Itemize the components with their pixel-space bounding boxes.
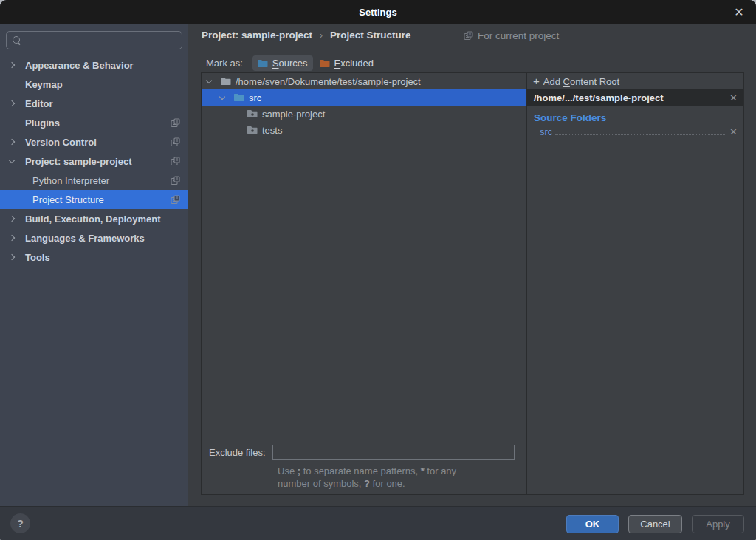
tree-row-label: /home/sven/Dokumente/test/sample-project (236, 76, 421, 87)
sidebar-item-label: Project Structure (32, 194, 104, 205)
sidebar-item-project-structure[interactable]: Project Structure (0, 190, 188, 209)
sidebar-item-editor[interactable]: Editor (0, 94, 188, 113)
tree-row-label: tests (262, 125, 282, 136)
folder-icon (221, 77, 231, 86)
main-content: Project: sample-project › Project Struct… (189, 24, 756, 506)
tree-row-content-root[interactable]: /home/sven/Dokumente/test/sample-project (202, 73, 526, 89)
sidebar-item-plugins[interactable]: Plugins (0, 113, 188, 132)
dialog-title: Settings (359, 7, 396, 18)
add-content-root-button[interactable]: + Add Content Root (527, 73, 743, 89)
apply-button[interactable]: Apply (692, 515, 744, 533)
remove-content-root-icon[interactable]: ✕ (729, 93, 738, 103)
remove-source-folder-icon[interactable]: ✕ (729, 127, 738, 137)
content-root-path: /home/.../test/sample-project (534, 92, 664, 103)
tree-row-label: sample-project (262, 109, 325, 120)
chevron-right-icon (9, 100, 15, 106)
mark-as-toolbar: Mark as: Sources Excluded (206, 55, 379, 71)
folder-icon (247, 126, 258, 134)
chevron-right-icon (9, 216, 15, 222)
shared-settings-icon (171, 195, 180, 205)
breadcrumb-page: Project Structure (330, 30, 411, 41)
footer-buttons: OK Cancel Apply (566, 515, 744, 533)
sidebar-item-label: Keymap (25, 79, 63, 90)
sidebar-item-python-interpreter[interactable]: Python Interpreter (0, 171, 188, 190)
sidebar-item-project-sample-project[interactable]: Project: sample-project (0, 151, 188, 171)
search-box[interactable] (6, 31, 182, 49)
help-button[interactable]: ? (10, 513, 30, 533)
chevron-right-icon (9, 235, 15, 241)
dotted-leader (555, 126, 726, 135)
sidebar-item-label: Build, Execution, Deployment (25, 213, 160, 225)
ok-button[interactable]: OK (566, 515, 619, 533)
shared-settings-icon (171, 176, 180, 185)
tree-row-label: src (249, 92, 261, 103)
chevron-down-icon (9, 157, 15, 163)
sidebar-item-label: Languages & Frameworks (25, 233, 145, 244)
sidebar-item-label: Appearance & Behavior (25, 60, 134, 71)
add-content-root-label: Add Content Root (543, 76, 619, 87)
exclude-files-input[interactable] (272, 445, 515, 460)
exclude-files-label: Exclude files: (209, 447, 266, 458)
sidebar-item-build-execution-deployment[interactable]: Build, Execution, Deployment (0, 209, 188, 228)
source-folders-title: Source Folders (534, 112, 743, 123)
breadcrumb-project[interactable]: Project: sample-project (202, 30, 312, 41)
mark-sources-button[interactable]: Sources (252, 55, 313, 71)
exclude-files-hint: Use ; to separate name patterns, * for a… (278, 465, 521, 490)
content-root-entry[interactable]: /home/.../test/sample-project ✕ (527, 89, 743, 106)
breadcrumb: Project: sample-project › Project Struct… (202, 30, 411, 41)
sidebar-item-languages-frameworks[interactable]: Languages & Frameworks (0, 228, 188, 247)
sidebar-item-appearance-behavior[interactable]: Appearance & Behavior (0, 55, 188, 75)
settings-sidebar: Appearance & Behavior Keymap Editor Plug… (0, 24, 188, 506)
close-icon[interactable]: ✕ (729, 0, 749, 24)
sidebar-item-label: Project: sample-project (25, 156, 132, 167)
sidebar-item-label: Tools (25, 252, 50, 263)
source-folder-name: src (540, 126, 552, 137)
chevron-right-icon (9, 62, 15, 68)
search-input[interactable] (27, 35, 167, 46)
mark-as-label: Mark as: (206, 58, 243, 69)
source-folder-icon (258, 59, 268, 68)
shared-settings-icon (171, 118, 180, 128)
sidebar-item-label: Version Control (25, 137, 97, 148)
shared-settings-icon (171, 137, 180, 147)
chevron-right-icon (9, 139, 15, 145)
chevron-down-icon[interactable] (206, 77, 212, 83)
search-icon (13, 36, 21, 45)
cancel-button[interactable]: Cancel (628, 515, 682, 533)
mark-excluded-button[interactable]: Excluded (315, 55, 379, 71)
excluded-folder-icon (320, 59, 330, 68)
chevron-down-icon[interactable] (219, 93, 225, 99)
tree-row-src[interactable]: src (202, 89, 526, 106)
footer-bar: ? OK Cancel Apply (0, 506, 756, 540)
chevron-right-icon (9, 254, 15, 260)
sidebar-tree: Appearance & Behavior Keymap Editor Plug… (0, 55, 188, 267)
shared-settings-icon (171, 157, 180, 166)
excluded-label: Excluded (334, 58, 374, 69)
content-root-tree: /home/sven/Dokumente/test/sample-project… (202, 73, 526, 494)
sidebar-item-label: Editor (25, 98, 53, 109)
source-folder-entry[interactable]: src ✕ (540, 126, 738, 137)
sources-label: Sources (272, 58, 308, 69)
folder-icon (247, 109, 258, 118)
source-folder-icon (234, 93, 244, 102)
title-bar: Settings ✕ (0, 0, 756, 24)
sidebar-item-label: Plugins (25, 117, 60, 129)
plus-icon: + (533, 75, 540, 87)
project-structure-panel: /home/sven/Dokumente/test/sample-project… (201, 72, 744, 495)
sidebar-item-version-control[interactable]: Version Control (0, 132, 188, 151)
scope-note: For current project (464, 30, 559, 41)
sidebar-item-tools[interactable]: Tools (0, 247, 188, 267)
settings-dialog: Settings ✕ Appearance & Behavior Keymap … (0, 0, 756, 540)
shared-settings-icon (464, 31, 473, 41)
question-icon: ? (17, 518, 24, 530)
sidebar-item-keymap[interactable]: Keymap (0, 75, 188, 94)
tree-row-sample-project[interactable]: sample-project (202, 106, 526, 122)
sidebar-item-label: Python Interpreter (32, 175, 109, 186)
scope-note-label: For current project (478, 30, 559, 41)
exclude-files-section: Exclude files: Use ; to separate name pa… (202, 445, 526, 490)
tree-row-tests[interactable]: tests (202, 122, 526, 138)
breadcrumb-separator: › (320, 30, 323, 41)
content-roots-panel: + Add Content Root /home/.../test/sample… (526, 73, 743, 494)
